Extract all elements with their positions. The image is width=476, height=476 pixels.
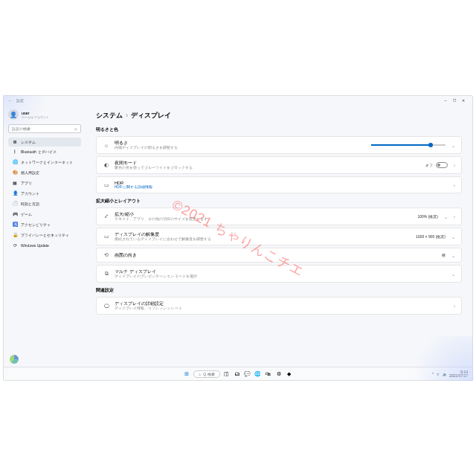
chevron-down-icon[interactable]: ⌄ bbox=[451, 234, 455, 239]
card-advanced-display[interactable]: 🖵 ディスプレイの詳細設定ディスプレイ情報、リフレッシュ レート › bbox=[96, 297, 462, 315]
section-scale-title: 拡大縮小とレイアウト bbox=[96, 198, 462, 205]
breadcrumb: システム›ディスプレイ bbox=[96, 111, 462, 120]
chevron-down-icon[interactable]: ⌄ bbox=[444, 214, 448, 219]
chevron-right-icon[interactable]: › bbox=[454, 214, 455, 219]
hdr-icon: ▭ bbox=[103, 182, 110, 188]
nightlight-icon: ◐ bbox=[103, 162, 110, 168]
privacy-icon: 🔒 bbox=[12, 232, 18, 237]
breadcrumb-display: ディスプレイ bbox=[131, 112, 171, 119]
taskbar: ⊞ ⌕Q 検索 ◫ 🗂 💬 🌐 🛍 ⚙ ◆ ⌃ ᯤ 🔈 9:14 2021/07… bbox=[4, 367, 472, 380]
search-icon: ⌕ bbox=[199, 372, 201, 376]
sidebar-item-time[interactable]: 🕒時刻と言語 bbox=[8, 199, 81, 208]
app-icon[interactable]: ◆ bbox=[286, 370, 293, 378]
scale-dropdown[interactable]: 100% (推奨) bbox=[417, 214, 438, 219]
resolution-icon: ▭ bbox=[103, 234, 110, 239]
chat-icon[interactable]: 💬 bbox=[244, 370, 251, 378]
card-multi-display[interactable]: ⧉ マルチ ディスプレイディスプレイのプレゼンテーション モードを選択 ⌄ bbox=[96, 265, 462, 283]
close-button[interactable]: ✕ bbox=[459, 98, 468, 103]
clock[interactable]: 9:14 2021/07/17 bbox=[449, 370, 468, 378]
hdr-link[interactable]: HDR に関する詳細情報 bbox=[115, 185, 446, 189]
card-brightness[interactable]: ☼ 明るさ内蔵ディスプレイの明るさを調整する ⌄ bbox=[96, 136, 462, 154]
accounts-icon: 👤 bbox=[12, 190, 18, 196]
bluetooth-icon: ᛒ bbox=[12, 149, 18, 154]
monitor-icon: 🖵 bbox=[103, 303, 110, 309]
sidebar-item-personalization[interactable]: 🎨個人用設定 bbox=[8, 167, 81, 177]
time-icon: 🕒 bbox=[12, 201, 18, 206]
search-icon: ⌕ bbox=[74, 126, 77, 131]
chevron-right-icon[interactable]: › bbox=[454, 303, 455, 308]
card-scale[interactable]: ⤢ 拡大/縮小テキスト、アプリ、その他の項目のサイズを変更します 100% (推… bbox=[96, 208, 462, 225]
gaming-icon: 🎮 bbox=[12, 211, 18, 216]
system-tray[interactable]: ⌃ ᯤ 🔈 9:14 2021/07/17 bbox=[431, 370, 468, 378]
card-hdr[interactable]: ▭ HDRHDR に関する詳細情報 › bbox=[96, 176, 462, 193]
network-tray-icon[interactable]: ᯤ bbox=[437, 372, 440, 376]
minimize-button[interactable]: ─ bbox=[441, 98, 450, 103]
tray-chevron-icon[interactable]: ⌃ bbox=[431, 372, 434, 376]
edge-icon[interactable] bbox=[10, 355, 19, 364]
section-related-title: 関連設定 bbox=[96, 287, 462, 294]
resolution-dropdown[interactable]: 1600 × 900 (推奨) bbox=[416, 234, 446, 239]
settings-window: ← 設定 ─ ☐ ✕ 👤 user ローカル アカウント ⌕ 🖥システム ᛒBl… bbox=[3, 95, 473, 381]
apps-icon: ▦ bbox=[12, 180, 18, 185]
taskview-icon[interactable]: ◫ bbox=[223, 370, 231, 378]
update-icon: ⟳ bbox=[12, 242, 18, 248]
main-content: システム›ディスプレイ 明るさと色 ☼ 明るさ内蔵ディスプレイの明るさを調整する… bbox=[86, 105, 472, 380]
store-icon[interactable]: 🛍 bbox=[265, 370, 272, 378]
card-orientation[interactable]: ⟲ 画面の向き 横⌄ bbox=[96, 248, 462, 263]
search-box[interactable]: ⌕ bbox=[8, 124, 81, 133]
brightness-slider[interactable] bbox=[371, 142, 446, 148]
section-brightness-title: 明るさと色 bbox=[96, 126, 462, 133]
edge-taskbar-icon[interactable]: 🌐 bbox=[254, 370, 262, 378]
chevron-down-icon[interactable]: ⌄ bbox=[451, 271, 455, 277]
explorer-icon[interactable]: 🗂 bbox=[234, 370, 241, 378]
system-icon: 🖥 bbox=[12, 140, 18, 144]
window-title: 設定 bbox=[16, 98, 24, 103]
sidebar-item-bluetooth[interactable]: ᛒBluetooth とデバイス bbox=[8, 147, 81, 156]
chevron-right-icon[interactable]: › bbox=[454, 163, 455, 167]
brightness-icon: ☼ bbox=[103, 143, 110, 148]
orientation-dropdown[interactable]: 横 bbox=[442, 253, 446, 257]
card-resolution[interactable]: ▭ ディスプレイの解像度接続されているディスプレイに合わせて解像度を調整する 1… bbox=[96, 228, 462, 245]
personalization-icon: 🎨 bbox=[12, 170, 18, 175]
sidebar-item-apps[interactable]: ▦アプリ bbox=[8, 178, 81, 187]
multi-display-icon: ⧉ bbox=[103, 271, 110, 277]
network-icon: 🌐 bbox=[12, 159, 18, 164]
sidebar-item-accounts[interactable]: 👤アカウント bbox=[8, 188, 81, 198]
sidebar-item-network[interactable]: 🌐ネットワークとインターネット bbox=[8, 157, 81, 167]
sidebar-item-privacy[interactable]: 🔒プライバシーとセキュリティ bbox=[8, 230, 81, 239]
taskbar-search[interactable]: ⌕Q 検索 bbox=[193, 370, 219, 378]
chevron-down-icon[interactable]: ⌄ bbox=[451, 253, 455, 258]
back-icon[interactable]: ← bbox=[8, 98, 12, 103]
sidebar: 👤 user ローカル アカウント ⌕ 🖥システム ᛒBluetooth とデバ… bbox=[4, 105, 86, 380]
sidebar-item-gaming[interactable]: 🎮ゲーム bbox=[8, 209, 81, 219]
scale-icon: ⤢ bbox=[103, 213, 110, 219]
orientation-icon: ⟲ bbox=[103, 252, 110, 258]
breadcrumb-system[interactable]: システム bbox=[96, 112, 123, 119]
chevron-down-icon[interactable]: ⌄ bbox=[451, 143, 455, 148]
volume-tray-icon[interactable]: 🔈 bbox=[443, 372, 447, 376]
accessibility-icon: ♿ bbox=[12, 222, 18, 227]
maximize-button[interactable]: ☐ bbox=[450, 98, 459, 103]
nav: 🖥システム ᛒBluetooth とデバイス 🌐ネットワークとインターネット 🎨… bbox=[8, 138, 81, 250]
titlebar: ← 設定 ─ ☐ ✕ bbox=[4, 96, 472, 105]
user-account: ローカル アカウント bbox=[22, 115, 49, 119]
nightlight-toggle[interactable] bbox=[436, 162, 448, 168]
start-button[interactable]: ⊞ bbox=[183, 370, 190, 378]
sidebar-item-system[interactable]: 🖥システム bbox=[8, 138, 81, 147]
user-block[interactable]: 👤 user ローカル アカウント bbox=[8, 109, 81, 120]
chevron-right-icon[interactable]: › bbox=[454, 183, 455, 187]
settings-taskbar-icon[interactable]: ⚙ bbox=[275, 370, 283, 378]
card-nightlight[interactable]: ◐ 夜間モード暖色の色を使ってブルーライトをブロックする オフ› bbox=[96, 156, 462, 174]
sidebar-item-update[interactable]: ⟳Windows Update bbox=[8, 240, 81, 250]
search-input[interactable] bbox=[12, 126, 74, 131]
avatar: 👤 bbox=[8, 109, 19, 120]
sidebar-item-accessibility[interactable]: ♿アクセシビリティ bbox=[8, 219, 81, 229]
